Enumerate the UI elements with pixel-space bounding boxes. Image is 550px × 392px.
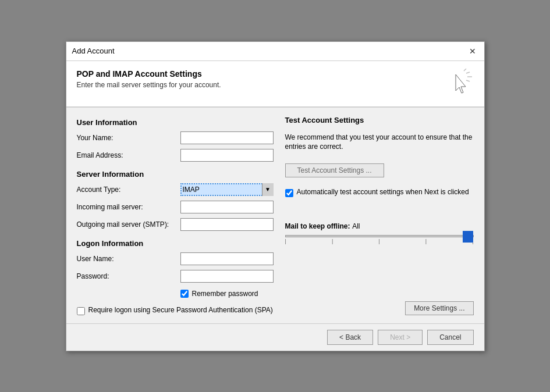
outgoing-label: Outgoing mail server (SMTP): [77, 220, 176, 229]
svg-line-0 [464, 69, 466, 71]
your-name-input[interactable] [180, 131, 274, 144]
svg-line-3 [466, 80, 470, 81]
password-input[interactable] [180, 270, 274, 283]
more-settings-button[interactable]: More Settings ... [405, 301, 473, 315]
auto-test-label[interactable]: Automatically test account settings when… [297, 188, 469, 197]
remember-password-row: Remember password [180, 290, 274, 298]
incoming-label: Incoming mail server: [77, 203, 176, 211]
spa-label[interactable]: Require logon using Secure Password Auth… [88, 306, 273, 315]
footer: < Back Next > Cancel [66, 323, 484, 351]
tick-4: | [425, 238, 427, 244]
incoming-server-input[interactable] [180, 201, 274, 213]
cancel-button[interactable]: Cancel [427, 330, 473, 345]
wizard-icon [445, 69, 474, 98]
back-button[interactable]: < Back [327, 330, 373, 345]
account-type-label: Account Type: [77, 186, 176, 194]
outgoing-row: Outgoing mail server (SMTP): [77, 218, 274, 231]
account-type-select[interactable]: IMAP POP3 [180, 183, 274, 196]
header-subtitle: Enter the mail server settings for your … [77, 81, 221, 89]
title-bar: Add Account ✕ [66, 42, 484, 61]
slider-track [285, 235, 474, 237]
test-account-button[interactable]: Test Account Settings ... [285, 163, 384, 177]
right-panel: Test Account Settings We recommend that … [285, 116, 474, 315]
username-row: User Name: [77, 252, 274, 265]
header-text: POP and IMAP Account Settings Enter the … [77, 69, 221, 89]
password-label: Password: [77, 272, 176, 280]
auto-test-checkbox[interactable] [285, 189, 293, 197]
cursor-wizard-icon [445, 69, 473, 99]
test-account-desc: We recommend that you test your account … [285, 133, 474, 152]
close-button[interactable]: ✕ [467, 45, 478, 57]
test-account-title: Test Account Settings [285, 116, 474, 124]
account-type-wrapper: IMAP POP3 ▼ [180, 183, 274, 196]
header-title: POP and IMAP Account Settings [77, 69, 221, 79]
tick-1: | [285, 238, 286, 244]
incoming-row: Incoming mail server: [77, 201, 274, 213]
logon-info-title: Logon Information [77, 239, 274, 248]
offline-slider-container: | | | | | [285, 235, 474, 244]
offline-value: All [352, 222, 360, 230]
username-label: User Name: [77, 255, 176, 263]
email-label: Email Address: [77, 151, 176, 159]
remember-password-label[interactable]: Remember password [192, 290, 258, 298]
tick-3: | [378, 238, 379, 244]
outgoing-server-input[interactable] [180, 218, 274, 231]
next-button[interactable]: Next > [378, 330, 423, 345]
your-name-row: Your Name: [77, 131, 274, 144]
server-info-title: Server Information [77, 170, 274, 179]
password-row: Password: [77, 270, 274, 283]
header-section: POP and IMAP Account Settings Enter the … [66, 61, 484, 108]
auto-test-row: Automatically test account settings when… [285, 188, 474, 197]
spa-checkbox[interactable] [77, 307, 85, 315]
slider-ticks: | | | | | [285, 238, 474, 244]
more-settings-wrapper: More Settings ... [285, 301, 474, 315]
left-panel: User Information Your Name: Email Addres… [77, 116, 274, 315]
offline-section: Mail to keep offline: All | | | | | [285, 222, 474, 250]
email-row: Email Address: [77, 149, 274, 162]
your-name-label: Your Name: [77, 134, 176, 142]
email-input[interactable] [180, 149, 274, 162]
svg-marker-4 [456, 74, 466, 93]
spa-row: Require logon using Secure Password Auth… [77, 306, 274, 315]
remember-password-checkbox[interactable] [180, 290, 189, 298]
content-area: User Information Your Name: Email Addres… [66, 108, 484, 323]
add-account-dialog: Add Account ✕ POP and IMAP Account Setti… [66, 41, 485, 351]
account-type-row: Account Type: IMAP POP3 ▼ [77, 183, 274, 196]
svg-line-1 [466, 72, 470, 73]
user-info-title: User Information [77, 118, 274, 127]
offline-label: Mail to keep offline: [285, 222, 350, 230]
dialog-title: Add Account [72, 47, 115, 55]
tick-2: | [332, 238, 333, 244]
username-input[interactable] [180, 252, 274, 265]
slider-thumb[interactable] [463, 231, 473, 243]
offline-label-row: Mail to keep offline: All [285, 222, 474, 230]
